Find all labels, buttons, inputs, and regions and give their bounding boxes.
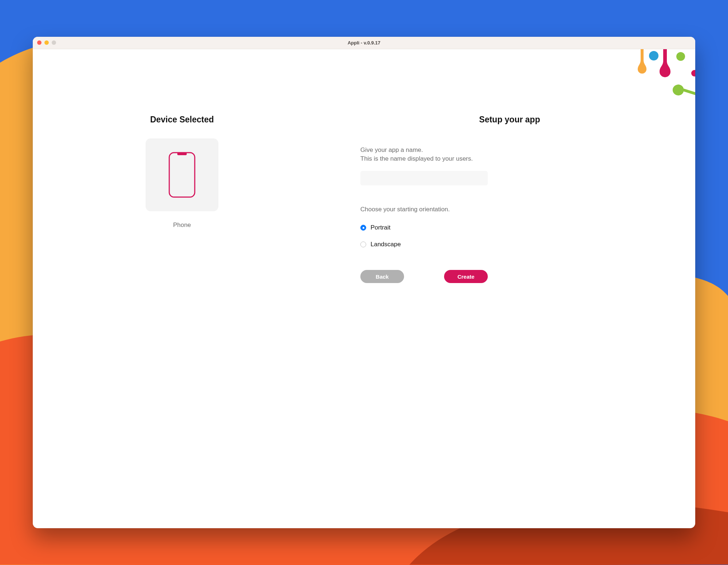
radio-portrait-label: Portrait [371,224,391,231]
orientation-portrait-option[interactable]: Portrait [360,224,391,231]
orientation-label: Choose your starting orientation. [360,206,450,213]
left-column: Device Selected Phone [33,49,331,528]
app-name-input[interactable] [360,171,488,185]
window-controls [37,40,56,45]
phone-icon [169,152,195,198]
radio-landscape[interactable] [360,242,366,247]
content-area: Device Selected Phone Setup your app Giv… [33,49,695,528]
zoom-window-button[interactable] [52,40,56,45]
device-selected-heading: Device Selected [150,115,214,125]
create-button[interactable]: Create [444,270,488,283]
orientation-landscape-option[interactable]: Landscape [360,241,401,248]
titlebar: Appli - v.0.9.17 [33,37,695,49]
back-button[interactable]: Back [360,270,404,283]
button-row: Back Create [360,270,488,283]
app-window: Appli - v.0.9.17 Device Selected [33,37,695,528]
svg-rect-6 [177,153,187,155]
help-line-2: This is the name displayed to your users… [360,154,473,163]
help-line-1: Give your app a name. [360,146,423,154]
right-column: Setup your app Give your app a name. Thi… [331,49,695,528]
close-window-button[interactable] [37,40,41,45]
minimize-window-button[interactable] [44,40,49,45]
device-tile [146,138,218,211]
radio-landscape-label: Landscape [371,241,401,248]
device-caption: Phone [173,221,191,229]
setup-heading: Setup your app [479,115,540,125]
radio-portrait[interactable] [360,225,366,231]
window-title: Appli - v.0.9.17 [33,40,695,46]
svg-rect-5 [169,153,195,197]
